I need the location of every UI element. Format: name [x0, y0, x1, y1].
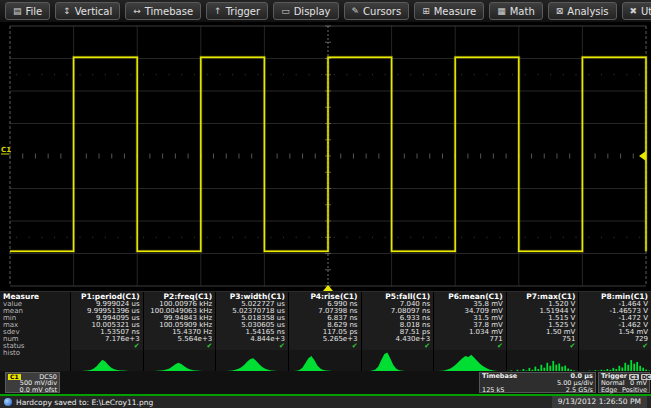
menu-display[interactable]: ▭Display	[273, 2, 338, 20]
menu-math[interactable]: ▦Math	[489, 2, 543, 20]
file-icon: ▤	[13, 7, 22, 16]
p2-value: 100.00976 kHz	[144, 301, 216, 308]
p7-histogram	[507, 350, 579, 372]
p3-value: 5.022727 us	[216, 301, 288, 308]
p6-histogram	[434, 350, 506, 372]
p2-mean: 100.0049063 kHz	[144, 308, 216, 315]
p3-num: 4.844e+3	[216, 336, 288, 343]
bottom-bar: C1 DC50 500 mV/div 0.0 mV ofst Timebase …	[0, 371, 651, 394]
row-label-max: max	[0, 322, 70, 329]
status-check-icon: ✔	[352, 342, 358, 350]
menu-utilities[interactable]: ✖Utilities	[622, 2, 651, 20]
histogram-chart	[434, 350, 506, 372]
menu-measure[interactable]: ⊞Measure	[414, 2, 484, 20]
p6-mean: 34.709 mV	[434, 308, 506, 315]
menu-label: Analysis	[567, 6, 608, 17]
measure-icon: ⊞	[422, 7, 430, 16]
measure-column-p3[interactable]: P3:width(C1)5.022727 us5.02370718 us5.01…	[215, 292, 288, 372]
row-label-mean: mean	[0, 308, 70, 315]
p7-status: ✔	[507, 343, 579, 350]
p4-min: 6.837 ns	[289, 315, 361, 322]
p1-min: 9.994095 us	[71, 315, 143, 322]
measure-header-p3: P3:width(C1)	[216, 292, 288, 301]
measure-column-p7[interactable]: P7:max(C1)1.520 V1.51944 V1.515 V1.525 V…	[506, 292, 579, 372]
p6-sdev: 1.034 mV	[434, 329, 506, 336]
measure-header-p1: P1:period(C1)	[71, 292, 143, 301]
menu-cursors[interactable]: ✎Cursors	[344, 2, 410, 20]
histogram-chart	[362, 350, 434, 372]
measure-column-p4[interactable]: P4:rise(C1)6.990 ns7.07398 ns6.837 ns8.6…	[288, 292, 361, 372]
waveform-trace	[10, 57, 646, 251]
timebase-descriptor[interactable]: Timebase 0.0 µs 5.00 µs/div 125 kS 2.5 G…	[479, 372, 596, 393]
timebase-rate: 2.5 GS/s	[566, 387, 593, 394]
histogram-chart	[144, 350, 216, 372]
p5-max: 8.018 ns	[362, 322, 434, 329]
p6-min: 31.5 mV	[434, 315, 506, 322]
measure-column-p2[interactable]: P2:freq(C1)100.00976 kHz100.0049063 kHz9…	[143, 292, 216, 372]
histogram-chart	[216, 350, 288, 372]
p6-value: 35.8 mV	[434, 301, 506, 308]
menu-label: Utilities	[641, 6, 651, 17]
menu-vertical[interactable]: ↕Vertical	[55, 2, 120, 20]
measure-column-p5[interactable]: P5:fall(C1)7.040 ns7.08097 ns6.933 ns8.0…	[361, 292, 434, 372]
p1-sdev: 1.53507 ns	[71, 329, 143, 336]
measure-column-p6[interactable]: P6:mean(C1)35.8 mV34.709 mV31.5 mV37.8 m…	[433, 292, 506, 372]
menu-analysis[interactable]: ⊠Analysis	[548, 2, 617, 20]
trigger-descriptor[interactable]: Trigger C1 DC Normal 0 mV Edge Positive	[598, 372, 650, 393]
vertical-icon: ↕	[63, 7, 71, 16]
row-label-value: value	[0, 301, 70, 308]
p3-max: 5.030605 us	[216, 322, 288, 329]
p1-status: ✔	[71, 343, 143, 350]
p1-max: 10.005321 us	[71, 322, 143, 329]
graticule-and-trace: C1	[0, 22, 651, 292]
menu-trigger[interactable]: ↑Trigger	[206, 2, 268, 20]
channel-offset: 0.0 mV ofst	[6, 387, 59, 394]
p7-min: 1.515 V	[507, 315, 579, 322]
p7-max: 1.525 V	[507, 322, 579, 329]
p8-sdev: 1.54 mV	[579, 329, 651, 336]
analysis-icon: ⊠	[556, 7, 564, 16]
measure-column-p8[interactable]: P8:min(C1)-1.464 V-1.46573 V-1.472 V-1.4…	[578, 292, 651, 372]
histogram-chart	[579, 350, 651, 372]
measure-header-p2: P2:freq(C1)	[144, 292, 216, 301]
p1-mean: 9.99951396 us	[71, 308, 143, 315]
p5-num: 4.430e+3	[362, 336, 434, 343]
timebase-label: Timebase	[482, 373, 517, 380]
waveform-display[interactable]: C1	[0, 22, 651, 292]
timebase-icon: ↔	[133, 7, 141, 16]
oscilloscope-screen: ▤File↕Vertical↔Timebase↑Trigger▭Display✎…	[0, 0, 651, 408]
trigger-level-marker[interactable]	[639, 151, 646, 161]
p3-status: ✔	[216, 343, 288, 350]
p4-max: 8.629 ns	[289, 322, 361, 329]
menu-label: Display	[294, 6, 331, 17]
p6-status: ✔	[434, 343, 506, 350]
menu-timebase[interactable]: ↔Timebase	[125, 2, 201, 20]
menu-label: Timebase	[145, 6, 193, 17]
measure-header-p6: P6:mean(C1)	[434, 292, 506, 301]
status-check-icon: ✔	[642, 342, 648, 350]
channel-ground-marker[interactable]: C1	[1, 146, 11, 154]
measure-column-p1[interactable]: P1:period(C1)9.999024 us9.99951396 us9.9…	[70, 292, 143, 372]
trigger-type: Edge	[601, 387, 617, 394]
display-icon: ▭	[281, 7, 290, 16]
menu-label: Cursors	[363, 6, 401, 17]
menu-file[interactable]: ▤File	[5, 2, 50, 20]
measure-row-labels: Measurevaluemeanminmaxsdevnumstatushisto	[0, 292, 70, 372]
p8-value: -1.464 V	[579, 301, 651, 308]
channel-descriptor-c1[interactable]: C1 DC50 500 mV/div 0.0 mV ofst	[5, 372, 60, 393]
p8-max: -1.462 V	[579, 322, 651, 329]
measure-header-p8: P8:min(C1)	[579, 292, 651, 301]
trigger-icon: ↑	[214, 7, 222, 16]
menu-label: Math	[510, 6, 535, 17]
status-check-icon: ✔	[570, 342, 576, 350]
p7-num: 751	[507, 336, 579, 343]
p4-mean: 7.07398 ns	[289, 308, 361, 315]
p3-histogram	[216, 350, 288, 372]
p4-histogram	[289, 350, 361, 372]
measure-header-p4: P4:rise(C1)	[289, 292, 361, 301]
p8-num: 729	[579, 336, 651, 343]
menu-label: File	[26, 6, 43, 17]
status-check-icon: ✔	[279, 342, 285, 350]
p2-max: 100.05909 kHz	[144, 322, 216, 329]
hardcopy-icon	[4, 398, 12, 406]
